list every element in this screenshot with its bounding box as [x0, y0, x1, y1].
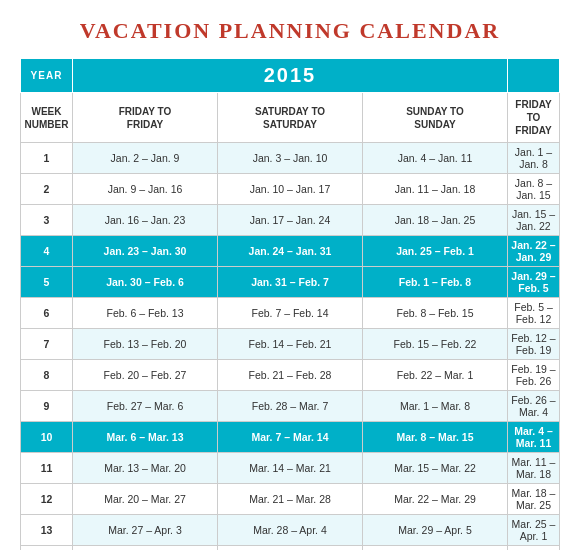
date-range-cell: Jan. 8 – Jan. 15	[508, 174, 560, 205]
table-row: 5Jan. 30 – Feb. 6Jan. 31 – Feb. 7Feb. 1 …	[21, 267, 560, 298]
date-range-cell: Mar. 14 – Mar. 21	[218, 453, 363, 484]
week-number-cell: 14	[21, 546, 73, 551]
date-range-cell: Apr. 5 – Apr. 12	[363, 546, 508, 551]
date-range-cell: Mar. 1 – Mar. 8	[363, 391, 508, 422]
date-range-cell: Jan. 24 – Jan. 31	[218, 236, 363, 267]
week-number-cell: 2	[21, 174, 73, 205]
date-range-cell: Jan. 4 – Jan. 11	[363, 143, 508, 174]
year-header-row: YEAR 2015	[21, 59, 560, 93]
date-range-cell: Jan. 11 – Jan. 18	[363, 174, 508, 205]
date-range-cell: Feb. 12 – Feb. 19	[508, 329, 560, 360]
date-range-cell: Feb. 28 – Mar. 7	[218, 391, 363, 422]
table-row: 4Jan. 23 – Jan. 30Jan. 24 – Jan. 31Jan. …	[21, 236, 560, 267]
date-range-cell: Jan. 17 – Jan. 24	[218, 205, 363, 236]
date-range-cell: Feb. 22 – Mar. 1	[363, 360, 508, 391]
date-range-cell: Feb. 1 – Feb. 8	[363, 267, 508, 298]
week-number-cell: 11	[21, 453, 73, 484]
year-empty-cell	[508, 59, 560, 93]
table-row: 8Feb. 20 – Feb. 27Feb. 21 – Feb. 28Feb. …	[21, 360, 560, 391]
week-number-cell: 8	[21, 360, 73, 391]
col-fri-fri2-header: FRIDAY TOFRIDAY	[508, 93, 560, 143]
date-range-cell: Mar. 18 – Mar. 25	[508, 484, 560, 515]
calendar-table: YEAR 2015 WEEKNUMBER FRIDAY TOFRIDAY SAT…	[20, 58, 560, 550]
table-row: 14Apr. 3 – Apr. 10Apr. 4 – Apr. 11Apr. 5…	[21, 546, 560, 551]
table-row: 1Jan. 2 – Jan. 9Jan. 3 – Jan. 10Jan. 4 –…	[21, 143, 560, 174]
date-range-cell: Feb. 27 – Mar. 6	[73, 391, 218, 422]
date-range-cell: Jan. 9 – Jan. 16	[73, 174, 218, 205]
col-week-header: WEEKNUMBER	[21, 93, 73, 143]
date-range-cell: Mar. 28 – Apr. 4	[218, 515, 363, 546]
date-range-cell: Apr. 4 – Apr. 11	[218, 546, 363, 551]
date-range-cell: Jan. 25 – Feb. 1	[363, 236, 508, 267]
week-number-cell: 5	[21, 267, 73, 298]
date-range-cell: Mar. 4 – Mar. 11	[508, 422, 560, 453]
date-range-cell: Apr. 1 – Apr. 8	[508, 546, 560, 551]
date-range-cell: Feb. 20 – Feb. 27	[73, 360, 218, 391]
table-row: 13Mar. 27 – Apr. 3Mar. 28 – Apr. 4Mar. 2…	[21, 515, 560, 546]
date-range-cell: Mar. 22 – Mar. 29	[363, 484, 508, 515]
date-range-cell: Feb. 8 – Feb. 15	[363, 298, 508, 329]
date-range-cell: Jan. 1 – Jan. 8	[508, 143, 560, 174]
date-range-cell: Mar. 13 – Mar. 20	[73, 453, 218, 484]
date-range-cell: Feb. 7 – Feb. 14	[218, 298, 363, 329]
table-row: 3Jan. 16 – Jan. 23Jan. 17 – Jan. 24Jan. …	[21, 205, 560, 236]
date-range-cell: Feb. 19 – Feb. 26	[508, 360, 560, 391]
date-range-cell: Mar. 21 – Mar. 28	[218, 484, 363, 515]
date-range-cell: Mar. 15 – Mar. 22	[363, 453, 508, 484]
week-number-cell: 1	[21, 143, 73, 174]
table-row: 9Feb. 27 – Mar. 6Feb. 28 – Mar. 7Mar. 1 …	[21, 391, 560, 422]
date-range-cell: Jan. 2 – Jan. 9	[73, 143, 218, 174]
date-range-cell: Feb. 15 – Feb. 22	[363, 329, 508, 360]
date-range-cell: Feb. 21 – Feb. 28	[218, 360, 363, 391]
page-title: VACATION PLANNING CALENDAR	[20, 18, 560, 44]
date-range-cell: Jan. 23 – Jan. 30	[73, 236, 218, 267]
week-number-cell: 7	[21, 329, 73, 360]
date-range-cell: Apr. 3 – Apr. 10	[73, 546, 218, 551]
date-range-cell: Jan. 29 – Feb. 5	[508, 267, 560, 298]
table-row: 7Feb. 13 – Feb. 20Feb. 14 – Feb. 21Feb. …	[21, 329, 560, 360]
year-value-cell: 2015	[73, 59, 508, 93]
date-range-cell: Jan. 31 – Feb. 7	[218, 267, 363, 298]
week-number-cell: 4	[21, 236, 73, 267]
week-number-cell: 3	[21, 205, 73, 236]
table-row: 2Jan. 9 – Jan. 16Jan. 10 – Jan. 17Jan. 1…	[21, 174, 560, 205]
table-row: 12Mar. 20 – Mar. 27Mar. 21 – Mar. 28Mar.…	[21, 484, 560, 515]
table-row: 11Mar. 13 – Mar. 20Mar. 14 – Mar. 21Mar.…	[21, 453, 560, 484]
date-range-cell: Mar. 27 – Apr. 3	[73, 515, 218, 546]
date-range-cell: Mar. 8 – Mar. 15	[363, 422, 508, 453]
year-label-cell: YEAR	[21, 59, 73, 93]
week-number-cell: 12	[21, 484, 73, 515]
week-number-cell: 13	[21, 515, 73, 546]
date-range-cell: Feb. 5 – Feb. 12	[508, 298, 560, 329]
week-number-cell: 6	[21, 298, 73, 329]
date-range-cell: Jan. 22 – Jan. 29	[508, 236, 560, 267]
table-row: 6Feb. 6 – Feb. 13Feb. 7 – Feb. 14Feb. 8 …	[21, 298, 560, 329]
date-range-cell: Jan. 3 – Jan. 10	[218, 143, 363, 174]
date-range-cell: Jan. 15 – Jan. 22	[508, 205, 560, 236]
date-range-cell: Mar. 6 – Mar. 13	[73, 422, 218, 453]
date-range-cell: Mar. 29 – Apr. 5	[363, 515, 508, 546]
col-sun-sun-header: SUNDAY TOSUNDAY	[363, 93, 508, 143]
date-range-cell: Mar. 20 – Mar. 27	[73, 484, 218, 515]
col-header-row: WEEKNUMBER FRIDAY TOFRIDAY SATURDAY TOSA…	[21, 93, 560, 143]
col-fri-fri-header: FRIDAY TOFRIDAY	[73, 93, 218, 143]
week-number-cell: 9	[21, 391, 73, 422]
date-range-cell: Feb. 14 – Feb. 21	[218, 329, 363, 360]
col-sat-sat-header: SATURDAY TOSATURDAY	[218, 93, 363, 143]
date-range-cell: Mar. 7 – Mar. 14	[218, 422, 363, 453]
date-range-cell: Jan. 18 – Jan. 25	[363, 205, 508, 236]
date-range-cell: Feb. 13 – Feb. 20	[73, 329, 218, 360]
date-range-cell: Feb. 6 – Feb. 13	[73, 298, 218, 329]
date-range-cell: Mar. 11 – Mar. 18	[508, 453, 560, 484]
date-range-cell: Jan. 30 – Feb. 6	[73, 267, 218, 298]
date-range-cell: Jan. 10 – Jan. 17	[218, 174, 363, 205]
week-number-cell: 10	[21, 422, 73, 453]
date-range-cell: Mar. 25 – Apr. 1	[508, 515, 560, 546]
date-range-cell: Feb. 26 – Mar. 4	[508, 391, 560, 422]
date-range-cell: Jan. 16 – Jan. 23	[73, 205, 218, 236]
table-row: 10Mar. 6 – Mar. 13Mar. 7 – Mar. 14Mar. 8…	[21, 422, 560, 453]
